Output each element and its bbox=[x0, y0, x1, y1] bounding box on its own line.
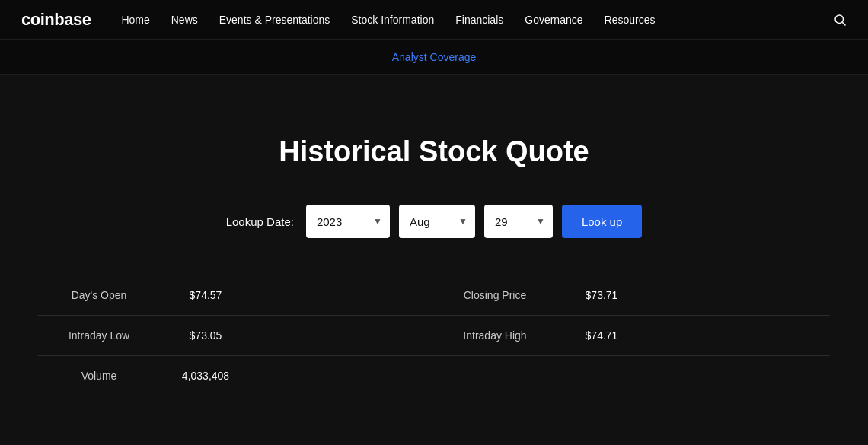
nav-governance[interactable]: Governance bbox=[525, 14, 582, 26]
intraday-high-label: Intraday High bbox=[434, 329, 556, 342]
table-row: Volume 4,033,408 bbox=[38, 355, 830, 396]
year-select[interactable]: 2019 2020 2021 2022 2023 2024 bbox=[306, 205, 390, 238]
svg-point-0 bbox=[835, 15, 844, 24]
right-col: Closing Price $73.71 bbox=[434, 289, 830, 301]
nav-stock[interactable]: Stock Information bbox=[351, 14, 434, 26]
year-select-wrapper: 2019 2020 2021 2022 2023 2024 ▼ bbox=[306, 205, 390, 238]
nav-resources[interactable]: Resources bbox=[605, 14, 656, 26]
table-row: Day's Open $74.57 Closing Price $73.71 bbox=[38, 275, 830, 315]
nav-news[interactable]: News bbox=[171, 14, 198, 26]
month-select[interactable]: Jan Feb Mar Apr May Jun Jul Aug Sep Oct … bbox=[399, 205, 475, 238]
intraday-high-value: $74.71 bbox=[556, 329, 647, 342]
volume-value: 4,033,408 bbox=[160, 370, 251, 382]
left-col: Day's Open $74.57 bbox=[38, 289, 434, 301]
analyst-coverage-link[interactable]: Analyst Coverage bbox=[392, 51, 477, 63]
search-icon bbox=[833, 13, 847, 27]
svg-line-1 bbox=[842, 22, 845, 25]
sub-navbar: Analyst Coverage bbox=[0, 40, 868, 75]
left-col: Intraday Low $73.05 bbox=[38, 329, 434, 342]
stock-data-table: Day's Open $74.57 Closing Price $73.71 I… bbox=[38, 275, 830, 396]
nav-financials[interactable]: Financials bbox=[455, 14, 503, 26]
days-open-label: Day's Open bbox=[38, 289, 160, 301]
day-select[interactable]: 1234 5678 9101112 13141516 17181920 2122… bbox=[484, 205, 553, 238]
intraday-low-label: Intraday Low bbox=[38, 329, 160, 342]
nav-events[interactable]: Events & Presentations bbox=[219, 14, 330, 26]
volume-label: Volume bbox=[38, 370, 160, 382]
month-select-wrapper: Jan Feb Mar Apr May Jun Jul Aug Sep Oct … bbox=[399, 205, 475, 238]
nav-links: Home News Events & Presentations Stock I… bbox=[121, 14, 833, 26]
page-title: Historical Stock Quote bbox=[279, 135, 589, 168]
main-content: Historical Stock Quote Lookup Date: 2019… bbox=[0, 75, 868, 445]
right-col: Intraday High $74.71 bbox=[434, 329, 830, 342]
nav-home[interactable]: Home bbox=[121, 14, 149, 26]
search-button[interactable] bbox=[833, 13, 847, 27]
closing-price-label: Closing Price bbox=[434, 289, 556, 301]
lookup-label: Lookup Date: bbox=[226, 215, 294, 228]
navbar: coinbase Home News Events & Presentation… bbox=[0, 0, 868, 40]
logo[interactable]: coinbase bbox=[21, 10, 91, 30]
closing-price-value: $73.71 bbox=[556, 289, 647, 301]
day-select-wrapper: 1234 5678 9101112 13141516 17181920 2122… bbox=[484, 205, 553, 238]
lookup-row: Lookup Date: 2019 2020 2021 2022 2023 20… bbox=[226, 205, 643, 238]
table-row: Intraday Low $73.05 Intraday High $74.71 bbox=[38, 315, 830, 355]
days-open-value: $74.57 bbox=[160, 289, 251, 301]
intraday-low-value: $73.05 bbox=[160, 329, 251, 342]
left-col: Volume 4,033,408 bbox=[38, 370, 434, 382]
lookup-button[interactable]: Look up bbox=[562, 205, 642, 238]
